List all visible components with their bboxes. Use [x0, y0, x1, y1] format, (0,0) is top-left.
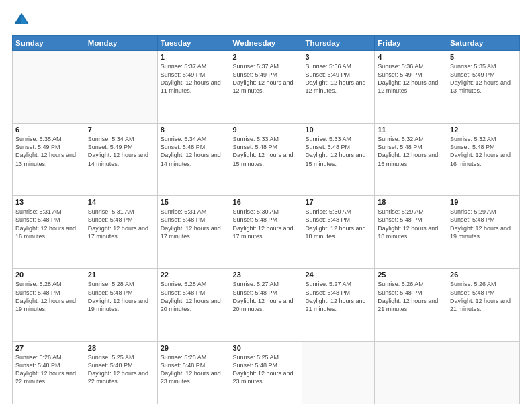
day-info: Sunrise: 5:33 AM Sunset: 5:48 PM Dayligh… [305, 135, 371, 168]
day-info: Sunrise: 5:28 AM Sunset: 5:48 PM Dayligh… [88, 280, 154, 313]
day-info: Sunrise: 5:29 AM Sunset: 5:48 PM Dayligh… [378, 208, 444, 240]
day-info: Sunrise: 5:26 AM Sunset: 5:48 PM Dayligh… [15, 353, 82, 386]
day-info: Sunrise: 5:27 AM Sunset: 5:48 PM Dayligh… [233, 280, 300, 313]
day-number: 21 [88, 271, 154, 279]
page: SundayMondayTuesdayWednesdayThursdayFrid… [0, 0, 532, 411]
day-number: 1 [161, 53, 227, 61]
calendar-cell: 1Sunrise: 5:37 AM Sunset: 5:49 PM Daylig… [157, 51, 230, 124]
day-info: Sunrise: 5:28 AM Sunset: 5:48 PM Dayligh… [161, 280, 227, 313]
day-info: Sunrise: 5:31 AM Sunset: 5:48 PM Dayligh… [161, 208, 227, 240]
calendar-cell: 16Sunrise: 5:30 AM Sunset: 5:48 PM Dayli… [230, 196, 302, 269]
calendar-cell: 3Sunrise: 5:36 AM Sunset: 5:49 PM Daylig… [302, 51, 375, 124]
calendar-cell: 2Sunrise: 5:37 AM Sunset: 5:49 PM Daylig… [230, 51, 302, 124]
calendar-cell: 12Sunrise: 5:32 AM Sunset: 5:48 PM Dayli… [447, 124, 520, 196]
day-number: 28 [88, 344, 154, 352]
calendar-cell: 21Sunrise: 5:28 AM Sunset: 5:48 PM Dayli… [85, 269, 157, 341]
day-number: 5 [450, 53, 517, 61]
day-info: Sunrise: 5:31 AM Sunset: 5:48 PM Dayligh… [15, 208, 82, 240]
day-info: Sunrise: 5:25 AM Sunset: 5:48 PM Dayligh… [161, 353, 227, 386]
day-info: Sunrise: 5:25 AM Sunset: 5:48 PM Dayligh… [88, 353, 154, 386]
day-info: Sunrise: 5:28 AM Sunset: 5:48 PM Dayligh… [15, 280, 82, 313]
calendar-cell: 5Sunrise: 5:35 AM Sunset: 5:49 PM Daylig… [447, 51, 520, 124]
calendar-cell: 15Sunrise: 5:31 AM Sunset: 5:48 PM Dayli… [157, 196, 230, 269]
calendar-cell: 17Sunrise: 5:30 AM Sunset: 5:48 PM Dayli… [302, 196, 375, 269]
calendar-header-row: SundayMondayTuesdayWednesdayThursdayFrid… [13, 36, 520, 51]
calendar-cell [447, 341, 520, 404]
calendar-header-friday: Friday [375, 36, 447, 51]
calendar-cell: 8Sunrise: 5:34 AM Sunset: 5:48 PM Daylig… [157, 124, 230, 196]
calendar-cell: 9Sunrise: 5:33 AM Sunset: 5:48 PM Daylig… [230, 124, 302, 196]
calendar-cell: 19Sunrise: 5:29 AM Sunset: 5:48 PM Dayli… [447, 196, 520, 269]
day-info: Sunrise: 5:32 AM Sunset: 5:48 PM Dayligh… [450, 135, 517, 168]
day-info: Sunrise: 5:36 AM Sunset: 5:49 PM Dayligh… [378, 62, 444, 95]
day-number: 26 [450, 271, 517, 279]
day-number: 3 [305, 53, 371, 61]
calendar-cell: 27Sunrise: 5:26 AM Sunset: 5:48 PM Dayli… [13, 341, 85, 404]
calendar-header-monday: Monday [85, 36, 157, 51]
day-info: Sunrise: 5:32 AM Sunset: 5:48 PM Dayligh… [378, 135, 444, 168]
day-info: Sunrise: 5:36 AM Sunset: 5:49 PM Dayligh… [305, 62, 371, 95]
day-info: Sunrise: 5:37 AM Sunset: 5:49 PM Dayligh… [161, 62, 227, 95]
day-number: 27 [15, 344, 82, 352]
day-number: 19 [450, 198, 517, 206]
day-info: Sunrise: 5:35 AM Sunset: 5:49 PM Dayligh… [15, 135, 82, 168]
day-number: 29 [161, 344, 227, 352]
day-info: Sunrise: 5:34 AM Sunset: 5:49 PM Dayligh… [88, 135, 154, 168]
calendar-cell: 20Sunrise: 5:28 AM Sunset: 5:48 PM Dayli… [13, 269, 85, 341]
logo-icon [12, 11, 31, 30]
calendar-week-3: 13Sunrise: 5:31 AM Sunset: 5:48 PM Dayli… [13, 196, 520, 269]
day-number: 13 [15, 198, 82, 206]
day-info: Sunrise: 5:26 AM Sunset: 5:48 PM Dayligh… [378, 280, 444, 313]
calendar-header-wednesday: Wednesday [230, 36, 302, 51]
calendar-table: SundayMondayTuesdayWednesdayThursdayFrid… [12, 35, 520, 404]
day-info: Sunrise: 5:34 AM Sunset: 5:48 PM Dayligh… [161, 135, 227, 168]
calendar-cell [302, 341, 375, 404]
calendar-cell: 22Sunrise: 5:28 AM Sunset: 5:48 PM Dayli… [157, 269, 230, 341]
day-number: 20 [15, 271, 82, 279]
calendar-header-thursday: Thursday [302, 36, 375, 51]
calendar-cell: 14Sunrise: 5:31 AM Sunset: 5:48 PM Dayli… [85, 196, 157, 269]
day-info: Sunrise: 5:25 AM Sunset: 5:48 PM Dayligh… [233, 353, 300, 386]
day-number: 9 [233, 126, 300, 134]
calendar-cell: 29Sunrise: 5:25 AM Sunset: 5:48 PM Dayli… [157, 341, 230, 404]
day-info: Sunrise: 5:31 AM Sunset: 5:48 PM Dayligh… [88, 208, 154, 240]
day-number: 11 [378, 126, 444, 134]
calendar-week-5: 27Sunrise: 5:26 AM Sunset: 5:48 PM Dayli… [13, 341, 520, 404]
calendar-cell: 24Sunrise: 5:27 AM Sunset: 5:48 PM Dayli… [302, 269, 375, 341]
day-number: 30 [233, 344, 300, 352]
calendar-week-4: 20Sunrise: 5:28 AM Sunset: 5:48 PM Dayli… [13, 269, 520, 341]
day-number: 15 [161, 198, 227, 206]
day-number: 8 [161, 126, 227, 134]
calendar-cell: 6Sunrise: 5:35 AM Sunset: 5:49 PM Daylig… [13, 124, 85, 196]
calendar-header-saturday: Saturday [447, 36, 520, 51]
calendar-week-1: 1Sunrise: 5:37 AM Sunset: 5:49 PM Daylig… [13, 51, 520, 124]
day-number: 2 [233, 53, 300, 61]
calendar-cell: 7Sunrise: 5:34 AM Sunset: 5:49 PM Daylig… [85, 124, 157, 196]
calendar-cell: 18Sunrise: 5:29 AM Sunset: 5:48 PM Dayli… [375, 196, 447, 269]
header [12, 11, 520, 30]
calendar-cell: 4Sunrise: 5:36 AM Sunset: 5:49 PM Daylig… [375, 51, 447, 124]
day-number: 23 [233, 271, 300, 279]
calendar-cell: 28Sunrise: 5:25 AM Sunset: 5:48 PM Dayli… [85, 341, 157, 404]
calendar-cell: 13Sunrise: 5:31 AM Sunset: 5:48 PM Dayli… [13, 196, 85, 269]
calendar-header-tuesday: Tuesday [157, 36, 230, 51]
calendar-cell: 11Sunrise: 5:32 AM Sunset: 5:48 PM Dayli… [375, 124, 447, 196]
day-number: 24 [305, 271, 371, 279]
day-info: Sunrise: 5:33 AM Sunset: 5:48 PM Dayligh… [233, 135, 300, 168]
day-info: Sunrise: 5:37 AM Sunset: 5:49 PM Dayligh… [233, 62, 300, 95]
day-number: 6 [15, 126, 82, 134]
day-number: 10 [305, 126, 371, 134]
day-number: 22 [161, 271, 227, 279]
day-number: 7 [88, 126, 154, 134]
calendar-cell [85, 51, 157, 124]
calendar-cell: 30Sunrise: 5:25 AM Sunset: 5:48 PM Dayli… [230, 341, 302, 404]
day-number: 16 [233, 198, 300, 206]
day-info: Sunrise: 5:30 AM Sunset: 5:48 PM Dayligh… [305, 208, 371, 240]
day-info: Sunrise: 5:27 AM Sunset: 5:48 PM Dayligh… [305, 280, 371, 313]
calendar-cell: 23Sunrise: 5:27 AM Sunset: 5:48 PM Dayli… [230, 269, 302, 341]
day-info: Sunrise: 5:26 AM Sunset: 5:48 PM Dayligh… [450, 280, 517, 313]
day-number: 17 [305, 198, 371, 206]
day-number: 4 [378, 53, 444, 61]
calendar-cell [13, 51, 85, 124]
calendar-cell: 10Sunrise: 5:33 AM Sunset: 5:48 PM Dayli… [302, 124, 375, 196]
